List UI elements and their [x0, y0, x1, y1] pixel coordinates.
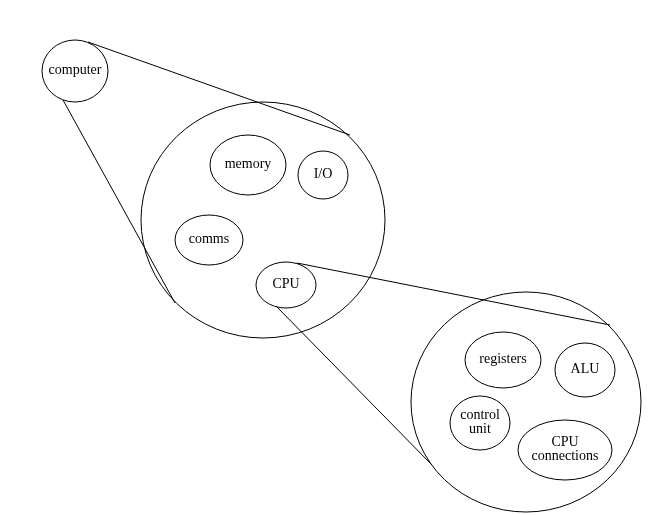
node-label: memory — [225, 156, 272, 171]
node-label: registers — [479, 351, 526, 366]
node-memory: memory — [210, 135, 286, 195]
node-label: ALU — [571, 361, 600, 376]
tangent-line — [63, 100, 175, 303]
cpu-expansion-container — [411, 292, 641, 512]
node-label: computer — [49, 62, 102, 77]
node-registers: registers — [465, 332, 541, 388]
computer-hierarchy-diagram: computer memory I/O comms CPU registers … — [0, 0, 671, 515]
node-computer: computer — [42, 40, 108, 102]
node-label: CPU — [272, 276, 299, 291]
node-label: I/O — [314, 166, 333, 181]
tangent-line — [297, 263, 610, 325]
node-alu: ALU — [555, 343, 615, 397]
node-cpu-connections: CPUconnections — [518, 420, 612, 480]
node-label: comms — [189, 231, 229, 246]
node-label: CPUconnections — [532, 434, 599, 463]
container-ellipse — [411, 292, 641, 512]
tangent-line — [276, 306, 432, 465]
tangent-line — [88, 42, 350, 135]
node-comms: comms — [175, 215, 243, 265]
node-cpu: CPU — [256, 262, 316, 308]
node-control-unit: controlunit — [450, 396, 510, 450]
node-io: I/O — [298, 151, 348, 199]
node-label: controlunit — [460, 407, 500, 436]
